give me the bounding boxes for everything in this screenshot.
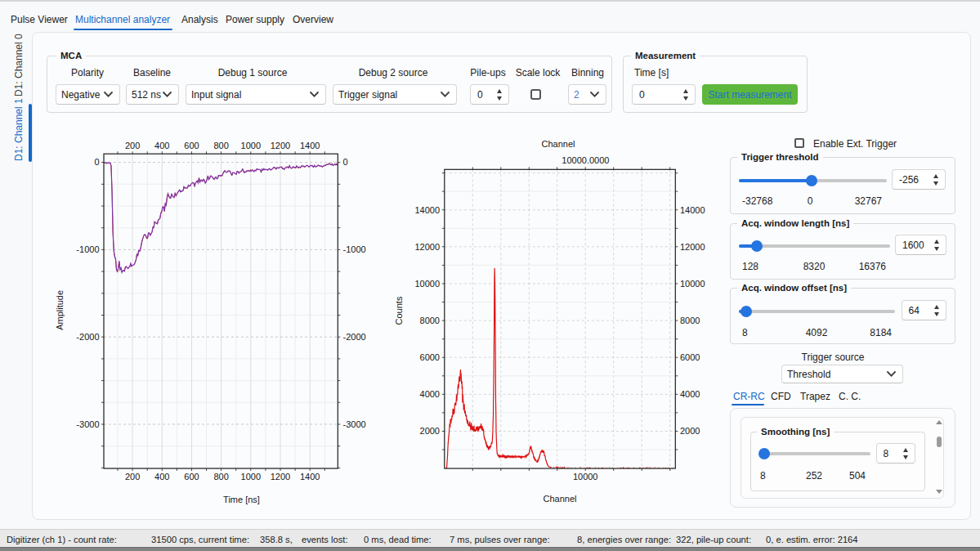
svg-text:10000: 10000: [680, 279, 705, 289]
svg-text:400: 400: [154, 141, 169, 150]
svg-text:1400: 1400: [300, 141, 320, 150]
svg-text:14000: 14000: [680, 205, 705, 215]
svg-text:4000: 4000: [680, 389, 700, 399]
svg-text:10000: 10000: [414, 279, 440, 289]
svg-text:0: 0: [343, 157, 348, 167]
svg-text:10000.0000: 10000.0000: [562, 155, 609, 165]
svg-text:12000: 12000: [680, 242, 705, 252]
svg-text:1200: 1200: [271, 472, 290, 482]
svg-text:Counts: Counts: [394, 296, 404, 325]
svg-text:Channel: Channel: [544, 494, 577, 504]
svg-text:2000: 2000: [680, 426, 700, 436]
svg-text:-3000: -3000: [343, 419, 366, 429]
svg-text:Time [ns]: Time [ns]: [223, 495, 260, 504]
svg-text:800: 800: [213, 472, 228, 482]
svg-text:1000: 1000: [241, 472, 261, 482]
svg-text:1400: 1400: [300, 472, 320, 482]
svg-text:-2000: -2000: [343, 332, 366, 342]
svg-text:-1000: -1000: [76, 244, 99, 254]
svg-text:6000: 6000: [420, 352, 440, 362]
svg-text:12000: 12000: [414, 242, 440, 252]
svg-text:Channel: Channel: [542, 139, 575, 149]
svg-text:800: 800: [213, 141, 228, 150]
svg-text:600: 600: [184, 472, 199, 482]
svg-text:6000: 6000: [680, 352, 700, 362]
svg-text:0: 0: [94, 157, 99, 167]
svg-text:-3000: -3000: [76, 419, 99, 429]
svg-text:Amplitude: Amplitude: [55, 290, 65, 330]
svg-text:8000: 8000: [680, 316, 700, 325]
svg-text:400: 400: [154, 472, 169, 482]
svg-text:1200: 1200: [271, 141, 290, 150]
svg-text:10000: 10000: [573, 472, 598, 482]
svg-text:200: 200: [125, 472, 140, 482]
svg-text:1000: 1000: [241, 141, 261, 150]
svg-text:8000: 8000: [420, 316, 440, 325]
svg-text:-2000: -2000: [76, 332, 99, 342]
svg-text:-1000: -1000: [343, 244, 366, 254]
svg-text:14000: 14000: [414, 205, 440, 215]
svg-text:4000: 4000: [420, 389, 440, 399]
svg-text:2000: 2000: [420, 426, 440, 436]
svg-text:200: 200: [125, 141, 140, 150]
svg-text:600: 600: [184, 141, 199, 150]
